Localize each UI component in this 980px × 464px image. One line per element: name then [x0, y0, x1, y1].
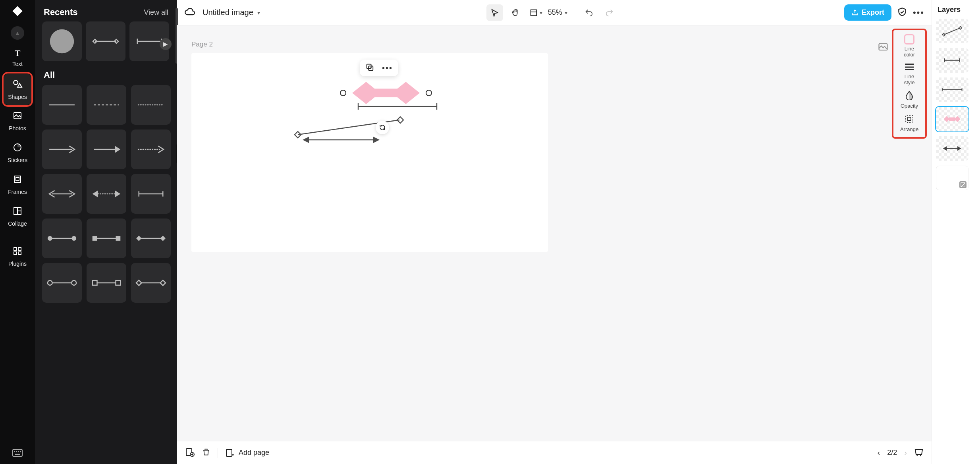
svg-rect-65: [908, 117, 911, 120]
svg-point-16: [18, 451, 19, 452]
rail-item-label: Photos: [9, 125, 26, 131]
keyboard-icon[interactable]: [12, 449, 23, 458]
shape-diamond-open-ends[interactable]: [131, 263, 171, 303]
chevron-down-icon: ▾: [540, 10, 542, 16]
rail-item-text[interactable]: T Text: [4, 42, 31, 73]
svg-point-53: [426, 90, 432, 96]
tool-label: Line color: [904, 46, 915, 58]
recents-next-button[interactable]: ▶: [160, 38, 172, 50]
recent-shape-diamond-line[interactable]: [86, 21, 125, 61]
svg-point-18: [50, 29, 74, 53]
shape-diamond-ends[interactable]: [131, 218, 171, 258]
line-color-swatch: [904, 34, 914, 44]
rotate-handle[interactable]: [376, 121, 389, 134]
rail-item-collage[interactable]: Collage: [4, 201, 31, 232]
rail-collapse-button[interactable]: ▲: [11, 26, 24, 40]
svg-rect-4: [16, 178, 19, 181]
next-page-button[interactable]: ›: [904, 448, 907, 457]
shape-solid-line[interactable]: [42, 85, 82, 125]
crop-tool[interactable]: ▾: [528, 4, 544, 21]
rail-item-photos[interactable]: Photos: [4, 106, 31, 137]
canvas-page[interactable]: [191, 53, 548, 252]
more-icon[interactable]: •••: [913, 8, 924, 18]
shape-arrow-solid[interactable]: [87, 130, 126, 169]
select-tool[interactable]: [486, 4, 503, 21]
shape-dotted-line[interactable]: [131, 85, 171, 125]
svg-point-52: [340, 90, 346, 96]
shape-arrow-open[interactable]: [42, 130, 82, 169]
separator: [218, 448, 218, 458]
svg-rect-10: [14, 252, 17, 255]
title-text: Untitled image: [203, 8, 253, 17]
more-options-icon[interactable]: •••: [382, 64, 393, 73]
selection-toolbar: •••: [360, 60, 398, 76]
zoom-control[interactable]: 55% ▾: [548, 8, 567, 17]
rail-item-frames[interactable]: Frames: [4, 169, 31, 200]
view-all-link[interactable]: View all: [144, 8, 168, 17]
export-button[interactable]: Export: [844, 4, 891, 21]
arrange-tool[interactable]: Arrange: [900, 114, 918, 133]
svg-rect-48: [531, 10, 537, 15]
svg-rect-45: [93, 280, 97, 285]
prev-page-button[interactable]: ‹: [878, 448, 880, 457]
reset-background-icon[interactable]: [878, 41, 889, 52]
svg-point-35: [48, 236, 52, 241]
shape-double-arrow-dotted[interactable]: [87, 174, 126, 214]
undo-button[interactable]: [581, 4, 597, 21]
shape-arrow-dotted[interactable]: [131, 130, 171, 169]
shape-square-ends[interactable]: [87, 218, 126, 258]
canvas-stage[interactable]: Page 2: [177, 25, 932, 464]
text-icon: T: [15, 48, 21, 58]
line-tools-panel: Line color Line style Opacity Arrange: [892, 29, 927, 139]
tool-label: Arrange: [900, 127, 918, 133]
shape-bar-line[interactable]: [131, 174, 171, 214]
line-style-icon: [904, 63, 914, 72]
opacity-tool[interactable]: Opacity: [901, 91, 918, 109]
new-page-icon[interactable]: [185, 447, 195, 458]
export-label: Export: [862, 8, 884, 17]
layer-thumb-page[interactable]: [936, 166, 968, 190]
layer-thumb[interactable]: [936, 19, 968, 43]
svg-line-69: [944, 28, 961, 35]
shape-dot-ends[interactable]: [42, 218, 82, 258]
line-style-tool[interactable]: Line style: [904, 63, 915, 86]
frame-icon: [13, 174, 22, 186]
presentation-icon[interactable]: [914, 448, 924, 458]
rail-separator: [10, 237, 25, 237]
delete-icon[interactable]: [202, 447, 210, 458]
line-color-tool[interactable]: Line color: [904, 34, 915, 58]
layer-thumb[interactable]: [936, 48, 968, 73]
layer-thumb[interactable]: [936, 136, 968, 161]
footer-bar: Add page ‹ 2/2 ›: [177, 441, 932, 464]
svg-point-15: [16, 451, 17, 452]
document-title[interactable]: Untitled image ▾: [203, 8, 260, 17]
shield-icon[interactable]: [897, 7, 907, 19]
shapes-icon: [12, 79, 23, 91]
cloud-icon[interactable]: [184, 6, 195, 19]
duplicate-icon[interactable]: [365, 63, 374, 73]
rail-item-shapes[interactable]: Shapes: [4, 74, 31, 105]
shape-square-open-ends[interactable]: [87, 263, 126, 303]
svg-rect-12: [13, 449, 22, 456]
layers-panel: Layers: [932, 0, 980, 464]
svg-rect-11: [18, 252, 21, 255]
svg-point-36: [71, 236, 76, 241]
shape-circle-open-ends[interactable]: [42, 263, 82, 303]
hand-tool[interactable]: [507, 4, 524, 21]
redo-button[interactable]: [601, 4, 618, 21]
shape-dashed-line[interactable]: [87, 85, 126, 125]
left-rail: ▲ T Text Shapes Photos Stickers Frames C…: [0, 0, 35, 464]
rail-item-plugins[interactable]: Plugins: [4, 241, 31, 272]
rail-item-stickers[interactable]: Stickers: [4, 137, 31, 168]
app-logo[interactable]: [10, 3, 25, 19]
layers-heading: Layers: [936, 6, 976, 14]
shape-double-arrow[interactable]: [42, 174, 82, 214]
rail-item-label: Shapes: [8, 94, 27, 100]
rail-item-label: Stickers: [8, 157, 27, 163]
layer-thumb-selected[interactable]: [936, 107, 968, 131]
svg-point-14: [14, 451, 15, 452]
add-page-button[interactable]: Add page: [225, 448, 269, 458]
layer-thumb[interactable]: [936, 77, 968, 102]
recent-shape-circle[interactable]: [42, 21, 82, 61]
photo-icon: [13, 111, 22, 123]
